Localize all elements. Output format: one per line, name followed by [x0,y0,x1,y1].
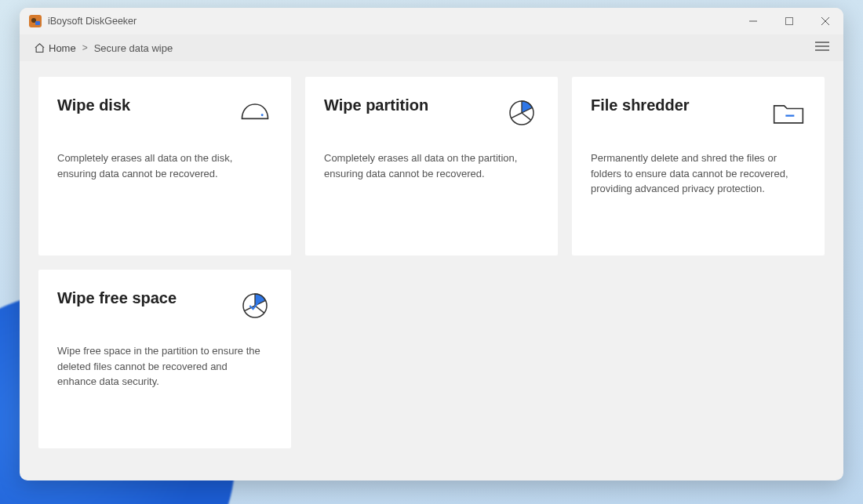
folder-minus-icon [771,96,806,130]
window-controls [735,8,843,34]
card-header: File shredder [591,96,806,130]
card-description: Completely erases all data on the disk, … [57,150,261,181]
card-wipe-free-space[interactable]: Wipe free space Wipe free space in the p… [38,270,291,448]
svg-line-12 [522,113,531,120]
breadcrumb-home-label: Home [49,42,76,54]
card-wipe-partition[interactable]: Wipe partition Completely erases all dat… [305,77,558,256]
maximize-button[interactable] [771,8,807,34]
app-window: iBoysoft DiskGeeker Home > Secure data w… [20,8,843,480]
breadcrumb-separator: > [82,42,88,53]
pie-chart-check-icon [238,288,272,323]
card-grid: Wipe disk Completely erases all data on … [38,77,825,448]
card-description: Completely erases all data on the partit… [324,150,528,181]
card-description: Permanently delete and shred the files o… [591,150,795,197]
minimize-button[interactable] [735,8,771,34]
card-title: File shredder [591,96,690,114]
pie-chart-icon [504,96,539,130]
card-wipe-disk[interactable]: Wipe disk Completely erases all data on … [38,77,291,256]
card-header: Wipe disk [57,96,272,130]
svg-rect-2 [35,21,40,25]
card-title: Wipe free space [57,288,177,307]
breadcrumb-current: Secure data wipe [94,42,173,54]
svg-rect-4 [786,18,793,25]
content-area: Wipe disk Completely erases all data on … [20,61,843,480]
svg-line-16 [255,306,264,313]
card-title: Wipe disk [57,96,130,114]
svg-point-10 [261,114,264,116]
svg-line-13 [512,113,522,118]
breadcrumb-bar: Home > Secure data wipe [20,34,843,61]
titlebar: iBoysoft DiskGeeker [20,8,843,34]
card-title: Wipe partition [324,96,428,114]
close-button[interactable] [807,8,843,34]
card-header: Wipe partition [324,96,539,130]
card-file-shredder[interactable]: File shredder Permanently delete and shr… [572,77,825,256]
breadcrumb-home[interactable]: Home [34,42,76,54]
app-title: iBoysoft DiskGeeker [48,16,137,27]
app-icon [29,15,42,27]
card-header: Wipe free space [57,288,272,323]
card-description: Wipe free space in the partition to ensu… [57,343,261,390]
hamburger-menu-button[interactable] [815,41,829,55]
disk-icon [238,96,272,130]
